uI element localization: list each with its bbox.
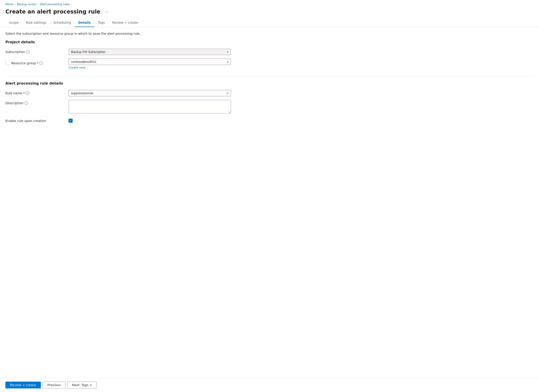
tab-scope[interactable]: Scope <box>5 19 22 27</box>
rule-name-input[interactable] <box>68 90 231 96</box>
more-options-icon[interactable]: ··· <box>103 9 110 15</box>
breadcrumb-sep-2: › <box>38 3 39 6</box>
previous-button[interactable]: Previous <box>43 382 65 388</box>
rule-details-section: Alert processing rule details Rule name … <box>5 81 534 123</box>
project-details-title: Project details <box>5 40 534 44</box>
enable-rule-label: Enable rule upon creation <box>5 119 46 123</box>
rule-details-title: Alert processing rule details <box>5 81 534 86</box>
section-description: Select the subscription and resource gro… <box>5 32 534 35</box>
subscription-row: Subscription i Backup PM Subscription ∨ <box>5 49 534 55</box>
enable-rule-control-col: ✓ <box>68 118 231 123</box>
checkbox-check-icon: ✓ <box>69 119 72 122</box>
tab-scheduling[interactable]: Scheduling <box>50 19 74 27</box>
rule-name-label: Rule name <box>5 91 22 95</box>
resource-group-label-col: Resource group * i <box>5 59 68 65</box>
review-create-button[interactable]: Review + create <box>5 382 41 388</box>
description-info-icon[interactable]: i <box>24 101 28 105</box>
tab-rule-settings[interactable]: Rule settings <box>22 19 50 27</box>
resource-group-required: * <box>37 61 38 65</box>
bottom-bar: Review + create Previous Next: Tags > <box>0 378 539 392</box>
breadcrumb: Home › Backup center › Alert processing … <box>0 0 539 8</box>
tab-tags[interactable]: Tags <box>94 19 108 27</box>
resource-group-control-col: contosodemoRG1 ∨ Create new <box>68 59 231 69</box>
enable-rule-checkbox[interactable]: ✓ <box>68 119 73 123</box>
tab-details[interactable]: Details <box>75 19 94 27</box>
rule-name-valid-icon: ✓ <box>226 91 229 95</box>
page-title: Create an alert processing rule <box>5 9 100 15</box>
rule-name-input-wrapper: ✓ <box>68 90 231 96</box>
rule-name-control-col: ✓ <box>68 90 231 96</box>
breadcrumb-sep-1: › <box>15 3 15 6</box>
tab-review-create[interactable]: Review + create <box>108 19 142 27</box>
enable-rule-label-col: Enable rule upon creation <box>5 118 68 123</box>
enable-rule-row: Enable rule upon creation ✓ <box>5 118 534 123</box>
subscription-info-icon[interactable]: i <box>26 50 29 54</box>
subscription-select-wrapper: Backup PM Subscription ∨ <box>68 49 231 55</box>
next-button[interactable]: Next: Tags > <box>67 382 97 388</box>
description-control-col <box>68 100 231 114</box>
resource-group-select[interactable]: contosodemoRG1 <box>68 59 231 65</box>
breadcrumb-sep-3: › <box>71 3 72 6</box>
breadcrumb-alert-rules[interactable]: Alert processing rules <box>40 3 69 6</box>
subscription-select[interactable]: Backup PM Subscription <box>68 49 231 55</box>
rule-name-required: * <box>23 91 25 95</box>
rule-name-row: Rule name * i ✓ <box>5 90 534 96</box>
description-label: Description <box>5 101 24 105</box>
section-divider <box>5 77 534 77</box>
resource-group-row: Resource group * i contosodemoRG1 ∨ Crea… <box>5 59 534 69</box>
main-content: Select the subscription and resource gro… <box>0 27 539 134</box>
subscription-label-col: Subscription i <box>5 49 68 54</box>
tabs-nav: Scope Rule settings Scheduling Details T… <box>0 19 539 27</box>
resource-group-select-wrapper: contosodemoRG1 ∨ <box>68 59 231 65</box>
breadcrumb-backup-center[interactable]: Backup center <box>17 3 36 6</box>
page-header: Create an alert processing rule ··· <box>0 8 539 19</box>
rule-name-label-col: Rule name * i <box>5 90 68 95</box>
resource-group-info-icon[interactable]: i <box>39 61 43 65</box>
indent-line <box>5 60 10 65</box>
subscription-control-col: Backup PM Subscription ∨ <box>68 49 231 55</box>
create-new-resource-group-link[interactable]: Create new <box>68 66 85 69</box>
description-input[interactable] <box>68 100 231 113</box>
rule-name-info-icon[interactable]: i <box>26 91 29 95</box>
description-row: Description i <box>5 100 534 114</box>
project-details-section: Project details Subscription i Backup PM… <box>5 40 534 69</box>
breadcrumb-home[interactable]: Home <box>5 3 13 6</box>
enable-rule-checkbox-wrapper: ✓ <box>68 118 231 123</box>
resource-group-label: Resource group <box>11 61 36 65</box>
subscription-label: Subscription <box>5 50 25 54</box>
description-label-col: Description i <box>5 100 68 105</box>
